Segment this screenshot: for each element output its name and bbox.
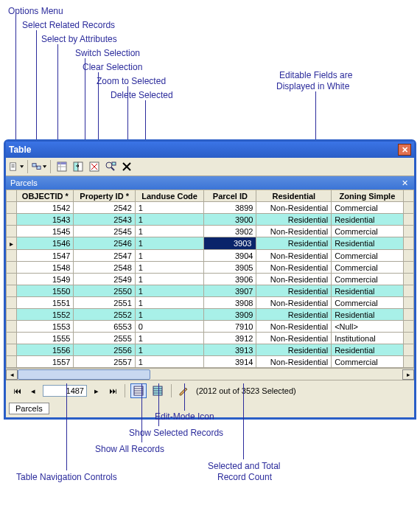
scroll-right-button[interactable]: ▸ [402, 369, 414, 380]
cell-landuse[interactable]: 1 [135, 237, 204, 250]
cell-objectid[interactable]: 1542 [17, 202, 74, 214]
cell-parcelid[interactable]: 3914 [204, 356, 256, 368]
cell-zoning[interactable]: Commercial [332, 250, 404, 262]
cell-landuse[interactable]: 1 [135, 226, 204, 237]
cell-objectid[interactable]: 1548 [17, 262, 74, 274]
cell-parcelid[interactable]: 3907 [204, 285, 256, 297]
cell-objectid[interactable]: 1552 [17, 309, 74, 321]
col-parcelid[interactable]: Parcel ID [204, 190, 256, 202]
row-selector[interactable] [7, 321, 17, 333]
cell-objectid[interactable]: 1545 [17, 226, 74, 237]
cell-objectid[interactable]: 1547 [17, 250, 74, 262]
cell-objectid[interactable]: 1556 [17, 344, 74, 356]
cell-parcelid[interactable]: 7910 [204, 321, 256, 333]
cell-parcelid[interactable]: 3904 [204, 250, 256, 262]
cell-residential[interactable]: Residential [256, 237, 332, 250]
cell-objectid[interactable]: 1550 [17, 285, 74, 297]
cell-parcelid[interactable]: 3908 [204, 297, 256, 309]
cell-parcelid[interactable]: 3902 [204, 226, 256, 237]
cell-residential[interactable]: Residential [256, 214, 332, 226]
scroll-left-button[interactable]: ◂ [6, 369, 18, 380]
cell-objectid[interactable]: 1557 [17, 356, 74, 368]
attribute-table[interactable]: OBJECTID * Property ID * Landuse Code Pa… [6, 190, 414, 368]
cell-parcelid[interactable]: 3900 [204, 214, 256, 226]
cell-zoning[interactable]: Commercial [332, 356, 404, 368]
cell-objectid[interactable]: 1551 [17, 297, 74, 309]
cell-zoning[interactable]: Residential [332, 344, 404, 356]
cell-propertyid[interactable]: 2545 [74, 226, 135, 237]
cell-parcelid[interactable]: 3909 [204, 309, 256, 321]
row-selector[interactable] [7, 356, 17, 368]
delete-selected-button[interactable] [119, 159, 134, 174]
row-selector[interactable] [7, 226, 17, 237]
cell-propertyid[interactable]: 2551 [74, 297, 135, 309]
cell-residential[interactable]: Non-Residential [256, 250, 332, 262]
row-selector[interactable] [7, 333, 17, 344]
cell-parcelid[interactable] [204, 237, 256, 250]
edit-mode-icon[interactable] [177, 384, 190, 397]
cell-propertyid[interactable]: 2550 [74, 285, 135, 297]
cell-objectid[interactable]: 1546 [17, 237, 74, 250]
row-selector[interactable] [7, 285, 17, 297]
col-landuse[interactable]: Landuse Code [135, 190, 204, 202]
cell-propertyid[interactable]: 2543 [74, 214, 135, 226]
cell-landuse[interactable]: 1 [135, 250, 204, 262]
cell-landuse[interactable]: 1 [135, 333, 204, 344]
col-propertyid[interactable]: Property ID * [74, 190, 135, 202]
nav-last-button[interactable]: ⏭ [106, 384, 119, 397]
cell-parcelid[interactable]: 3906 [204, 274, 256, 285]
cell-propertyid[interactable]: 2557 [74, 356, 135, 368]
show-selected-records-button[interactable] [150, 383, 166, 398]
cell-propertyid[interactable]: 2552 [74, 309, 135, 321]
cell-residential[interactable]: Non-Residential [256, 274, 332, 285]
cell-residential[interactable]: Non-Residential [256, 262, 332, 274]
col-zoning[interactable]: Zoning Simple [332, 190, 404, 202]
cell-zoning[interactable]: Commercial [332, 202, 404, 214]
cell-residential[interactable]: Non-Residential [256, 297, 332, 309]
cell-zoning[interactable]: Residential [332, 309, 404, 321]
table-row[interactable]: 1550255013907ResidentialResidential [7, 285, 414, 297]
table-row[interactable]: 1547254713904Non-ResidentialCommercial [7, 250, 414, 262]
zoom-to-selected-button[interactable] [103, 159, 118, 174]
cell-landuse[interactable]: 1 [135, 344, 204, 356]
row-selector[interactable] [7, 250, 17, 262]
cell-zoning[interactable]: <Null> [332, 321, 404, 333]
cell-landuse[interactable]: 1 [135, 309, 204, 321]
row-selector[interactable] [7, 274, 17, 285]
table-row[interactable]: 1552255213909ResidentialResidential [7, 309, 414, 321]
cell-propertyid[interactable]: 2546 [74, 237, 135, 250]
cell-landuse[interactable]: 1 [135, 285, 204, 297]
cell-zoning[interactable]: Commercial [332, 226, 404, 237]
cell-zoning[interactable]: Residential [332, 214, 404, 226]
cell-residential[interactable]: Residential [256, 285, 332, 297]
cell-propertyid[interactable]: 2548 [74, 262, 135, 274]
table-row[interactable]: 154625461ResidentialResidential [7, 237, 414, 250]
cell-propertyid[interactable]: 6553 [74, 321, 135, 333]
cell-zoning[interactable]: Institutional [332, 333, 404, 344]
cell-propertyid[interactable]: 2542 [74, 202, 135, 214]
table-row[interactable]: 1545254513902Non-ResidentialCommercial [7, 226, 414, 237]
row-selector[interactable] [7, 214, 17, 226]
row-selector[interactable] [7, 202, 17, 214]
cell-residential[interactable]: Residential [256, 309, 332, 321]
switch-selection-button[interactable] [71, 159, 85, 174]
row-selector[interactable] [7, 237, 17, 250]
select-by-attributes-button[interactable] [55, 159, 69, 174]
layer-close-button[interactable]: ✕ [399, 178, 410, 188]
cell-landuse[interactable]: 1 [135, 297, 204, 309]
cell-residential[interactable]: Non-Residential [256, 333, 332, 344]
cell-residential[interactable]: Non-Residential [256, 321, 332, 333]
table-row[interactable]: 1543254313900ResidentialResidential [7, 214, 414, 226]
cell-propertyid[interactable]: 2547 [74, 250, 135, 262]
cell-zoning[interactable]: Commercial [332, 297, 404, 309]
cell-propertyid[interactable]: 2556 [74, 344, 135, 356]
row-selector[interactable] [7, 262, 17, 274]
cell-landuse[interactable]: 0 [135, 321, 204, 333]
clear-selection-button[interactable] [87, 159, 102, 174]
cell-objectid[interactable]: 1549 [17, 274, 74, 285]
cell-parcelid[interactable]: 3899 [204, 202, 256, 214]
col-objectid[interactable]: OBJECTID * [17, 190, 74, 202]
table-row[interactable]: 1551255113908Non-ResidentialCommercial [7, 297, 414, 309]
cell-zoning[interactable]: Commercial [332, 262, 404, 274]
cell-objectid[interactable]: 1553 [17, 321, 74, 333]
